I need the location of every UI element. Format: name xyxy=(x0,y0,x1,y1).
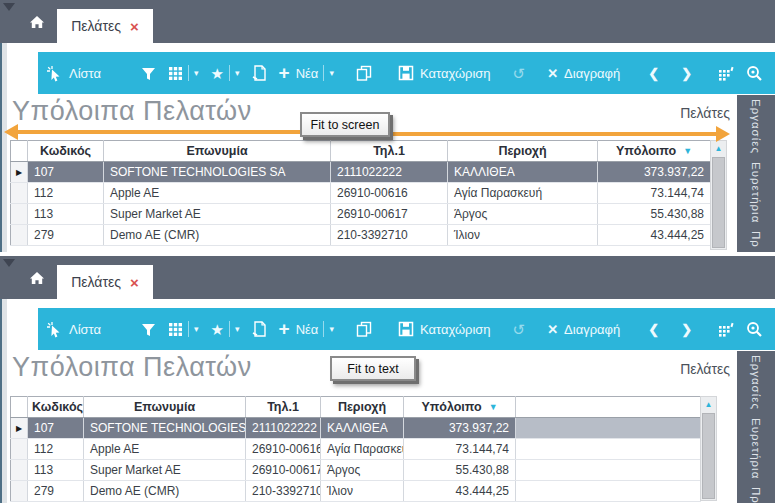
cell-code[interactable]: 107 xyxy=(28,418,84,439)
table-row[interactable]: 279Demo AE (CMR)210-3392710Ίλιον43.444,2… xyxy=(11,481,701,502)
cell-bal[interactable]: 373.937,22 xyxy=(598,162,711,183)
cell-phone[interactable]: 26910-00617 xyxy=(246,460,321,481)
export-button[interactable] xyxy=(252,321,267,337)
tab-close-icon[interactable]: × xyxy=(130,275,139,290)
next-record-button[interactable]: ❯ xyxy=(681,323,692,336)
cell-code[interactable]: 112 xyxy=(28,439,84,460)
cell-fill[interactable] xyxy=(516,460,701,481)
cell-code[interactable]: 113 xyxy=(28,204,104,225)
cell-area[interactable]: Άργος xyxy=(448,204,598,225)
cell-phone[interactable]: 210-3392710 xyxy=(331,225,448,246)
column-header-code[interactable]: Κωδικός xyxy=(28,141,104,162)
cell-name[interactable]: Apple AE xyxy=(84,439,246,460)
cell-fill[interactable] xyxy=(516,439,701,460)
sidebar-tab-evretiria[interactable]: Ευρετήρια xyxy=(750,162,762,223)
cell-bal[interactable]: 73.144,74 xyxy=(404,439,516,460)
save-button[interactable]: Καταχώριση xyxy=(398,321,491,337)
cell-marker[interactable] xyxy=(11,204,28,225)
list-button[interactable]: Λίστα xyxy=(46,321,101,338)
vertical-scrollbar[interactable]: ▲ xyxy=(710,140,727,250)
cell-name[interactable]: Super Market AE xyxy=(104,204,331,225)
zoom-button[interactable] xyxy=(746,321,763,338)
favorites-star-icon[interactable]: ★ xyxy=(211,66,224,81)
table-row[interactable]: ▶107SOFTONE TECHNOLOGIES SA2111022222ΚΑΛ… xyxy=(11,418,701,439)
column-header-code[interactable]: Κωδικός xyxy=(28,397,84,418)
table-row[interactable]: ▶107SOFTONE TECHNOLOGIES SA2111022222ΚΑΛ… xyxy=(11,162,711,183)
views-grid-button[interactable] xyxy=(168,66,183,81)
sidebar-tab-more[interactable]: Πρ xyxy=(750,231,762,248)
cell-area[interactable]: Αγία Παρασκευή xyxy=(321,439,404,460)
cell-marker[interactable] xyxy=(11,460,28,481)
scrollbar-thumb[interactable] xyxy=(702,413,715,499)
duplicate-button[interactable] xyxy=(356,65,372,81)
cell-bal[interactable]: 55.430,88 xyxy=(598,204,711,225)
cell-name[interactable]: Super Market AE xyxy=(84,460,246,481)
fit-button[interactable]: Fit to text xyxy=(330,356,416,381)
window-menu-triangle-icon[interactable] xyxy=(3,3,15,11)
sidebar-tab-ergasies[interactable]: Εργασίες xyxy=(750,355,762,410)
column-header-phone[interactable]: Τηλ.1 xyxy=(246,397,321,418)
tab-pelates[interactable]: Πελάτες × xyxy=(57,265,153,299)
cell-marker[interactable] xyxy=(11,225,28,246)
export-button[interactable] xyxy=(252,65,267,81)
column-header-phone[interactable]: Τηλ.1 xyxy=(331,141,448,162)
column-header-balance[interactable]: Υπόλοιπο▼ xyxy=(598,141,711,162)
column-header-name[interactable]: Επωνυμία xyxy=(84,397,246,418)
favorites-dropdown-icon[interactable]: ▾ xyxy=(235,68,240,78)
cell-area[interactable]: Αγία Παρασκευή xyxy=(448,183,598,204)
cell-area[interactable]: ΚΑΛΛΙΘΕΑ xyxy=(448,162,598,183)
cell-name[interactable]: Apple AE xyxy=(104,183,331,204)
cell-name[interactable]: SOFTONE TECHNOLOGIES SA xyxy=(104,162,331,183)
new-button[interactable]: + Νέα xyxy=(279,321,319,338)
cell-marker[interactable]: ▶ xyxy=(11,162,28,183)
cell-marker[interactable] xyxy=(11,481,28,502)
cell-fill[interactable] xyxy=(516,418,701,439)
save-button[interactable]: Καταχώριση xyxy=(398,65,491,81)
cell-marker[interactable] xyxy=(11,439,28,460)
cell-code[interactable]: 107 xyxy=(28,162,104,183)
cell-marker[interactable] xyxy=(11,183,28,204)
cell-fill[interactable] xyxy=(516,481,701,502)
table-row[interactable]: 279Demo AE (CMR)210-3392710Ίλιον43.444,2… xyxy=(11,225,711,246)
cell-name[interactable]: Demo AE (CMR) xyxy=(84,481,246,502)
cell-area[interactable]: ΚΑΛΛΙΘΕΑ xyxy=(321,418,404,439)
scroll-up-icon[interactable]: ▲ xyxy=(701,397,716,412)
table-row[interactable]: 113Super Market AE26910-00617Άργος55.430… xyxy=(11,204,711,225)
delete-button[interactable]: ✕ Διαγραφή xyxy=(547,66,620,81)
views-dropdown-icon[interactable]: ▾ xyxy=(194,324,199,334)
column-header-area[interactable]: Περιοχή xyxy=(321,397,404,418)
tab-close-icon[interactable]: × xyxy=(130,19,139,34)
zoom-button[interactable] xyxy=(746,65,763,82)
cell-phone[interactable]: 210-3392710 xyxy=(246,481,321,502)
views-dropdown-icon[interactable]: ▾ xyxy=(194,68,199,78)
column-header-name[interactable]: Επωνυμία xyxy=(104,141,331,162)
cell-name[interactable]: Demo AE (CMR) xyxy=(104,225,331,246)
next-record-button[interactable]: ❯ xyxy=(681,67,692,80)
scroll-up-icon[interactable]: ▲ xyxy=(711,141,726,156)
views-grid-button[interactable] xyxy=(168,322,183,337)
table-row[interactable]: 112Apple AE26910-00616Αγία Παρασκευή73.1… xyxy=(11,439,701,460)
cell-bal[interactable]: 43.444,25 xyxy=(598,225,711,246)
sort-desc-icon[interactable]: ▼ xyxy=(683,146,692,156)
cell-code[interactable]: 279 xyxy=(28,481,84,502)
cell-bal[interactable]: 373.937,22 xyxy=(404,418,516,439)
cell-name[interactable]: SOFTONE TECHNOLOGIES SA xyxy=(84,418,246,439)
home-tab[interactable] xyxy=(26,268,48,288)
list-button[interactable]: Λίστα xyxy=(46,65,101,82)
cell-phone[interactable]: 26910-00616 xyxy=(246,439,321,460)
cell-area[interactable]: Ίλιον xyxy=(321,481,404,502)
cell-bal[interactable]: 43.444,25 xyxy=(404,481,516,502)
cell-bal[interactable]: 73.144,74 xyxy=(598,183,711,204)
scrollbar-thumb[interactable] xyxy=(712,157,725,248)
cell-area[interactable]: Άργος xyxy=(321,460,404,481)
cell-phone[interactable]: 2111022222 xyxy=(331,162,448,183)
sidebar-tab-evretiria[interactable]: Ευρετήρια xyxy=(750,418,762,479)
cell-phone[interactable]: 2111022222 xyxy=(246,418,321,439)
delete-button[interactable]: ✕ Διαγραφή xyxy=(547,322,620,337)
undo-button[interactable]: ↺ xyxy=(513,66,526,81)
cell-area[interactable]: Ίλιον xyxy=(448,225,598,246)
cell-bal[interactable]: 55.430,88 xyxy=(404,460,516,481)
favorites-dropdown-icon[interactable]: ▾ xyxy=(235,324,240,334)
cell-code[interactable]: 113 xyxy=(28,460,84,481)
cell-phone[interactable]: 26910-00617 xyxy=(331,204,448,225)
